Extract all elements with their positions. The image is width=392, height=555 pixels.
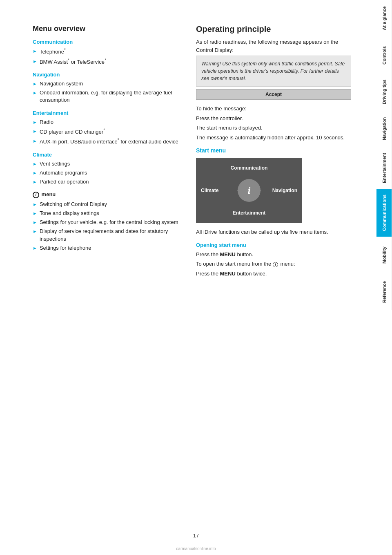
menu-i-icon: i [248,185,251,196]
bullet-arrow: ► [33,170,37,176]
bullet-arrow: ► [33,90,37,96]
list-item: ► Onboard information, e.g. for displayi… [33,89,180,104]
communication-list: ► Telephone* ► BMW Assist* or TeleServic… [33,47,180,66]
press-menu-twice-text: Press the MENU button twice. [196,270,351,278]
list-item: ► CD player and CD changer* [33,128,180,136]
bullet-arrow: ► [33,58,37,65]
i-menu-list: ► Switching off Control Display ► Tone a… [33,201,180,252]
list-item: ► Telephone* [33,47,180,56]
bullet-arrow: ► [33,81,37,87]
accept-bar: Accept [196,89,351,100]
navigation-list: ► Navigation system ► Onboard informatio… [33,80,180,104]
bullet-arrow: ► [33,219,37,226]
opening-start-menu-title: Opening start menu [196,242,351,248]
climate-list: ► Vent settings ► Automatic programs ► P… [33,160,180,186]
auto-hidden-text: The message is automatically hidden afte… [196,134,351,142]
sidebar: At a glance Controls Driving tips Naviga… [376,0,392,555]
sidebar-tab-at-a-glance[interactable]: At a glance [376,0,392,37]
sidebar-tab-navigation[interactable]: Navigation [376,110,392,147]
bullet-arrow: ► [33,128,37,134]
warning-box: Warning! Use this system only when traff… [196,56,351,87]
sidebar-tab-reference[interactable]: Reference [376,273,392,310]
bullet-arrow: ► [33,119,37,125]
list-item: ► Radio [33,119,180,126]
list-item: ► Display of service requirements and da… [33,228,180,242]
open-from-i-text: To open the start menu from the i menu: [196,260,351,268]
watermark: carmanualsonline.info [176,546,216,551]
sidebar-tab-controls[interactable]: Controls [376,37,392,74]
menu-center-circle: i [238,179,261,202]
sidebar-tab-communications[interactable]: Communications [376,189,392,237]
list-item: ► Navigation system [33,80,180,87]
intro-text: As of radio readiness, the following mes… [196,38,351,54]
bullet-arrow: ► [33,228,37,235]
start-menu-title: Start menu [196,147,351,154]
menu-bold: MENU [220,251,236,257]
press-menu-text: Press the MENU button. [196,251,351,259]
menu-label-right: Navigation [272,188,297,193]
list-item: ► Vent settings [33,160,180,168]
list-item: ► Switching off Control Display [33,201,180,208]
list-item: ► Settings for telephone [33,244,180,252]
section-title: Menu overview [33,25,180,33]
sidebar-tab-driving-tips[interactable]: Driving tips [376,74,392,110]
page-number: 17 [193,533,199,539]
i-icon: i [33,192,39,198]
bullet-arrow: ► [33,179,37,185]
press-controller-text: Press the controller. [196,114,351,123]
all-idrive-text: All iDrive functions can be called up vi… [196,228,351,236]
menu-label-left: Climate [201,188,218,193]
bullet-arrow: ► [33,161,37,167]
list-item: ► BMW Assist* or TeleService* [33,58,180,66]
menu-label-top: Communication [231,165,268,171]
menu-label-bottom: Entertainment [233,210,266,216]
hide-message-text: To hide the message: [196,105,351,113]
category-navigation: Navigation [33,72,180,78]
category-entertainment: Entertainment [33,110,180,116]
operating-principle-title: Operating principle [196,25,351,34]
category-communication: Communication [33,39,180,45]
bullet-arrow: ► [33,48,37,54]
entertainment-list: ► Radio ► CD player and CD changer* ► AU… [33,119,180,146]
list-item: ► Parked car operation [33,178,180,186]
i-menu-icon-inline: i [273,262,278,267]
bullet-arrow: ► [33,210,37,217]
list-item: ► Automatic programs [33,169,180,177]
list-item: ► AUX-In port, USB/audio interface* for … [33,137,180,146]
list-item: ► Tone and display settings [33,210,180,217]
i-menu-heading: i menu [33,191,180,198]
menu-bold2: MENU [220,271,236,277]
list-item: ► Settings for your vehicle, e.g. for th… [33,219,180,226]
start-menu-displayed-text: The start menu is displayed. [196,124,351,132]
start-menu-diagram: Communication Entertainment Climate Navi… [196,158,302,223]
bullet-arrow: ► [33,245,37,251]
bullet-arrow: ► [33,201,37,208]
bullet-arrow: ► [33,138,37,144]
sidebar-tab-mobility[interactable]: Mobility [376,237,392,273]
sidebar-tab-entertainment[interactable]: Entertainment [376,147,392,189]
category-climate: Climate [33,152,180,158]
